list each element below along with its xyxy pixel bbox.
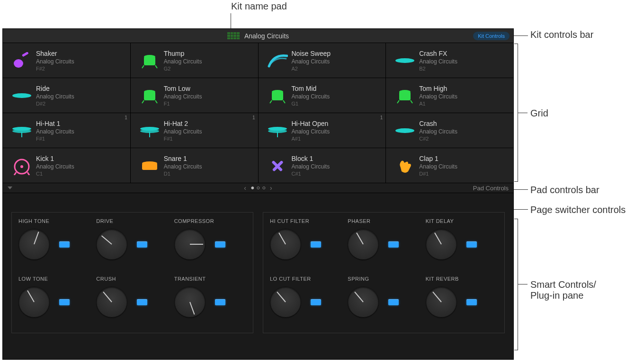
svg-point-0 xyxy=(14,59,23,68)
pad-kick-1[interactable]: Kick 1 Analog Circuits C1 xyxy=(3,148,130,183)
annotation-pad-controls-bar: Pad controls bar xyxy=(530,185,599,195)
pad-controls-label[interactable]: Pad Controls xyxy=(473,185,509,192)
disclosure-triangle[interactable] xyxy=(8,186,12,189)
pad-note: C#2 xyxy=(419,136,509,142)
pad-ride[interactable]: Ride Analog Circuits D#2 xyxy=(3,78,130,113)
knob-led[interactable] xyxy=(311,241,321,248)
svg-line-6 xyxy=(155,65,157,68)
knob-low-tone: LOW TONE xyxy=(16,273,93,324)
pad-subtitle: Analog Circuits xyxy=(419,128,509,135)
knob-transient: TRANSIENT xyxy=(171,273,249,324)
knob-led[interactable] xyxy=(466,299,477,305)
page-next-button[interactable]: › xyxy=(270,184,272,192)
knob-dial[interactable] xyxy=(18,286,50,318)
annotation-line xyxy=(514,36,528,36)
knob-label: HIGH TONE xyxy=(16,218,49,224)
pad-note: G2 xyxy=(164,66,253,71)
knob-label: COMPRESSOR xyxy=(171,218,214,224)
knob-dial[interactable] xyxy=(270,229,301,260)
knob-high-tone: HIGH TONE xyxy=(16,215,93,266)
pad-tom-low[interactable]: Tom Low Analog Circuits F1 xyxy=(131,78,258,113)
page-dots[interactable] xyxy=(251,186,265,189)
pad-name: Snare 1 xyxy=(164,155,253,162)
pad-note: B2 xyxy=(419,66,509,71)
pad-name: Noise Sweep xyxy=(292,50,381,57)
knob-led[interactable] xyxy=(466,241,477,248)
hihat-icon xyxy=(135,119,164,142)
knob-dial[interactable] xyxy=(426,229,457,260)
pad-subtitle: Analog Circuits xyxy=(419,163,509,170)
knob-hi-cut-filter: HI CUT FILTER xyxy=(267,215,345,266)
pad-name: Block 1 xyxy=(292,155,381,162)
svg-line-40 xyxy=(27,172,29,175)
pad-note: F#2 xyxy=(36,66,125,71)
knob-led[interactable] xyxy=(215,299,225,305)
annotation-kit-name-pad: Kit name pad xyxy=(231,1,287,12)
pad-badge: 1 xyxy=(125,115,127,120)
knob-dial[interactable] xyxy=(96,286,127,318)
pad-name: Hi-Hat 1 xyxy=(36,120,125,127)
knob-spring: SPRING xyxy=(345,273,422,324)
knob-label: KIT DELAY xyxy=(423,218,454,224)
knob-dial[interactable] xyxy=(174,286,206,318)
pad-subtitle: Analog Circuits xyxy=(164,163,253,170)
knob-led[interactable] xyxy=(59,299,70,305)
pad-grid: Shaker Analog Circuits F#2 Thump Analog … xyxy=(3,43,513,183)
knob-led[interactable] xyxy=(311,299,321,305)
knob-dial[interactable] xyxy=(18,229,50,260)
knob-led[interactable] xyxy=(388,299,399,305)
knob-dial[interactable] xyxy=(426,286,457,318)
knob-led[interactable] xyxy=(137,241,147,248)
knob-dial[interactable] xyxy=(270,286,301,318)
svg-line-20 xyxy=(283,100,285,103)
page-prev-button[interactable]: ‹ xyxy=(244,184,246,192)
pad-thump[interactable]: Thump Analog Circuits G2 xyxy=(131,43,258,78)
pad-tom-mid[interactable]: Tom Mid Analog Circuits G1 xyxy=(259,78,386,113)
pad-snare-1[interactable]: Snare 1 Analog Circuits D1 xyxy=(131,148,258,183)
pad-crash-fx[interactable]: Crash FX Analog Circuits B2 xyxy=(386,43,513,78)
knob-led[interactable] xyxy=(59,241,70,248)
knob-dial[interactable] xyxy=(348,286,379,318)
pad-clap-1[interactable]: Clap 1 Analog Circuits D#1 xyxy=(386,148,513,183)
knob-dial[interactable] xyxy=(96,229,127,260)
annotation-bracket xyxy=(518,219,518,350)
tom-icon xyxy=(391,84,419,107)
kit-name-pad[interactable]: Analog Circuits xyxy=(227,32,289,40)
knob-dial[interactable] xyxy=(174,229,206,260)
pad-block-1[interactable]: Block 1 Analog Circuits C#1 xyxy=(259,148,386,183)
annotation-page-switcher: Page switcher controls xyxy=(530,204,626,215)
pad-shaker[interactable]: Shaker Analog Circuits F#2 xyxy=(3,43,130,78)
knob-label: LOW TONE xyxy=(16,276,48,282)
knob-led[interactable] xyxy=(215,241,225,248)
pad-hi-hat-1[interactable]: Hi-Hat 1 Analog Circuits F#1 1 xyxy=(3,113,130,148)
hihat-icon xyxy=(263,119,292,142)
knob-drive: DRIVE xyxy=(93,215,171,266)
pad-hi-hat-2[interactable]: Hi-Hat 2 Analog Circuits F#1 1 xyxy=(131,113,258,148)
pad-name: Hi-Hat Open xyxy=(292,120,381,127)
knob-label: CRUSH xyxy=(93,276,116,282)
kit-controls-button[interactable]: Kit Controls xyxy=(473,32,510,40)
pad-name: Thump xyxy=(164,50,253,57)
knob-led[interactable] xyxy=(388,241,399,248)
pad-name: Clap 1 xyxy=(419,155,509,162)
shaker-icon xyxy=(8,49,36,72)
pad-name: Crash FX xyxy=(419,50,509,57)
pad-subtitle: Analog Circuits xyxy=(164,58,253,65)
knob-dial[interactable] xyxy=(348,229,379,260)
pad-hi-hat-open[interactable]: Hi-Hat Open Analog Circuits A#1 1 xyxy=(259,113,386,148)
knob-label: DRIVE xyxy=(93,218,113,224)
pad-noise-sweep[interactable]: Noise Sweep Analog Circuits A2 xyxy=(259,43,386,78)
cymbal-icon xyxy=(391,49,419,72)
pad-tom-high[interactable]: Tom High Analog Circuits A1 xyxy=(386,78,513,113)
kit-controls-bar: Analog Circuits Kit Controls xyxy=(3,29,513,43)
annotation-line xyxy=(514,189,528,190)
pad-note: C#1 xyxy=(292,171,381,177)
tom-icon xyxy=(263,84,292,107)
annotation-smart-controls: Smart Controls/ Plug-in pane xyxy=(530,279,596,301)
pad-name: Ride xyxy=(36,85,125,92)
pad-crash[interactable]: Crash Analog Circuits C#2 xyxy=(386,113,513,148)
knob-label: PHASER xyxy=(345,218,370,224)
kick-icon xyxy=(8,154,36,178)
knob-panel-right: HI CUT FILTER PHASER KIT DELAY xyxy=(263,212,505,333)
knob-led[interactable] xyxy=(137,299,147,305)
